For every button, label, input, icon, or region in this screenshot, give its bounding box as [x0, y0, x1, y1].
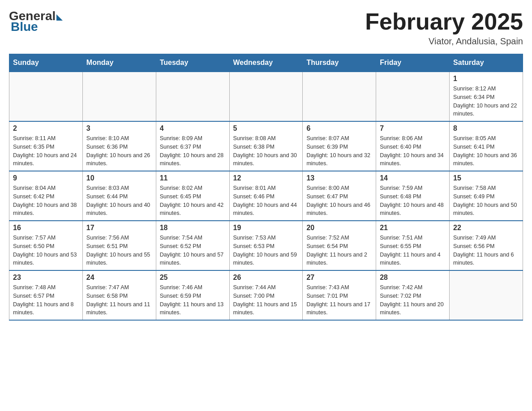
- calendar-cell: 1Sunrise: 8:12 AM Sunset: 6:34 PM Daylig…: [450, 72, 523, 121]
- day-info: Sunrise: 7:52 AM Sunset: 6:54 PM Dayligh…: [306, 234, 372, 267]
- day-number: 17: [86, 224, 152, 232]
- day-info: Sunrise: 7:59 AM Sunset: 6:48 PM Dayligh…: [380, 184, 446, 218]
- page-header: General Blue February 2025 Viator, Andal…: [9, 9, 523, 47]
- day-info: Sunrise: 7:57 AM Sunset: 6:50 PM Dayligh…: [13, 234, 79, 267]
- calendar-week-2: 2Sunrise: 8:11 AM Sunset: 6:35 PM Daylig…: [9, 121, 523, 171]
- day-number: 26: [233, 274, 299, 282]
- calendar-cell: 27Sunrise: 7:43 AM Sunset: 7:01 PM Dayli…: [303, 270, 376, 320]
- calendar-cell: 22Sunrise: 7:49 AM Sunset: 6:56 PM Dayli…: [450, 221, 523, 270]
- logo: General Blue: [9, 9, 63, 34]
- day-info: Sunrise: 7:47 AM Sunset: 6:58 PM Dayligh…: [86, 283, 152, 317]
- calendar-cell: [303, 72, 376, 121]
- day-number: 19: [233, 224, 299, 232]
- day-info: Sunrise: 7:53 AM Sunset: 6:53 PM Dayligh…: [233, 234, 299, 267]
- day-number: 11: [160, 174, 226, 182]
- day-info: Sunrise: 7:49 AM Sunset: 6:56 PM Dayligh…: [453, 234, 519, 267]
- calendar-week-4: 16Sunrise: 7:57 AM Sunset: 6:50 PM Dayli…: [9, 221, 523, 270]
- day-info: Sunrise: 7:46 AM Sunset: 6:59 PM Dayligh…: [160, 283, 226, 317]
- calendar-cell: [156, 72, 229, 121]
- calendar-cell: [450, 270, 523, 320]
- calendar-cell: 28Sunrise: 7:42 AM Sunset: 7:02 PM Dayli…: [376, 270, 450, 320]
- day-info: Sunrise: 8:09 AM Sunset: 6:37 PM Dayligh…: [160, 134, 226, 168]
- calendar-week-5: 23Sunrise: 7:48 AM Sunset: 6:57 PM Dayli…: [9, 270, 523, 320]
- calendar-cell: 4Sunrise: 8:09 AM Sunset: 6:37 PM Daylig…: [156, 121, 229, 171]
- day-number: 6: [306, 124, 372, 133]
- day-info: Sunrise: 8:00 AM Sunset: 6:47 PM Dayligh…: [306, 184, 372, 218]
- day-number: 22: [453, 224, 519, 232]
- calendar-cell: [82, 72, 156, 121]
- day-number: 18: [160, 224, 226, 232]
- day-number: 21: [380, 224, 446, 232]
- calendar-header-wednesday: Wednesday: [229, 54, 303, 72]
- day-number: 2: [13, 124, 79, 133]
- calendar-week-1: 1Sunrise: 8:12 AM Sunset: 6:34 PM Daylig…: [9, 72, 523, 121]
- day-number: 25: [160, 274, 226, 282]
- calendar-cell: 25Sunrise: 7:46 AM Sunset: 6:59 PM Dayli…: [156, 270, 229, 320]
- day-info: Sunrise: 8:06 AM Sunset: 6:40 PM Dayligh…: [380, 134, 446, 168]
- day-info: Sunrise: 7:51 AM Sunset: 6:55 PM Dayligh…: [380, 234, 446, 267]
- calendar-table: SundayMondayTuesdayWednesdayThursdayFrid…: [9, 54, 523, 321]
- day-number: 12: [233, 174, 299, 182]
- calendar-cell: 15Sunrise: 7:58 AM Sunset: 6:49 PM Dayli…: [450, 171, 523, 221]
- day-info: Sunrise: 8:03 AM Sunset: 6:44 PM Dayligh…: [86, 184, 152, 218]
- day-number: 27: [306, 274, 372, 282]
- calendar-cell: [376, 72, 450, 121]
- calendar-header-tuesday: Tuesday: [156, 54, 229, 72]
- calendar-cell: 12Sunrise: 8:01 AM Sunset: 6:46 PM Dayli…: [229, 171, 303, 221]
- calendar-header-sunday: Sunday: [9, 54, 83, 72]
- calendar-cell: 2Sunrise: 8:11 AM Sunset: 6:35 PM Daylig…: [9, 121, 83, 171]
- calendar-cell: 14Sunrise: 7:59 AM Sunset: 6:48 PM Dayli…: [376, 171, 450, 221]
- calendar-header-row: SundayMondayTuesdayWednesdayThursdayFrid…: [9, 54, 523, 72]
- day-info: Sunrise: 7:48 AM Sunset: 6:57 PM Dayligh…: [13, 283, 79, 317]
- day-number: 14: [380, 174, 446, 182]
- day-number: 16: [13, 224, 79, 232]
- day-number: 8: [453, 124, 519, 133]
- title-area: February 2025 Viator, Andalusia, Spain: [365, 9, 523, 47]
- calendar-header-friday: Friday: [376, 54, 450, 72]
- day-info: Sunrise: 7:54 AM Sunset: 6:52 PM Dayligh…: [160, 234, 226, 267]
- logo-blue-text: Blue: [11, 20, 38, 34]
- calendar-cell: 8Sunrise: 8:05 AM Sunset: 6:41 PM Daylig…: [450, 121, 523, 171]
- day-info: Sunrise: 7:56 AM Sunset: 6:51 PM Dayligh…: [86, 234, 152, 267]
- day-info: Sunrise: 8:07 AM Sunset: 6:39 PM Dayligh…: [306, 134, 372, 168]
- calendar-cell: 21Sunrise: 7:51 AM Sunset: 6:55 PM Dayli…: [376, 221, 450, 270]
- day-info: Sunrise: 8:02 AM Sunset: 6:45 PM Dayligh…: [160, 184, 226, 218]
- calendar-cell: 7Sunrise: 8:06 AM Sunset: 6:40 PM Daylig…: [376, 121, 450, 171]
- day-info: Sunrise: 8:11 AM Sunset: 6:35 PM Dayligh…: [13, 134, 79, 168]
- day-info: Sunrise: 7:58 AM Sunset: 6:49 PM Dayligh…: [453, 184, 519, 218]
- calendar-cell: 19Sunrise: 7:53 AM Sunset: 6:53 PM Dayli…: [229, 221, 303, 270]
- calendar-cell: 6Sunrise: 8:07 AM Sunset: 6:39 PM Daylig…: [303, 121, 376, 171]
- month-title: February 2025: [365, 9, 523, 34]
- calendar-cell: 13Sunrise: 8:00 AM Sunset: 6:47 PM Dayli…: [303, 171, 376, 221]
- day-info: Sunrise: 7:43 AM Sunset: 7:01 PM Dayligh…: [306, 283, 372, 317]
- calendar-header-saturday: Saturday: [450, 54, 523, 72]
- calendar-cell: 3Sunrise: 8:10 AM Sunset: 6:36 PM Daylig…: [82, 121, 156, 171]
- day-info: Sunrise: 8:04 AM Sunset: 6:42 PM Dayligh…: [13, 184, 79, 218]
- calendar-cell: 18Sunrise: 7:54 AM Sunset: 6:52 PM Dayli…: [156, 221, 229, 270]
- day-number: 28: [380, 274, 446, 282]
- calendar-cell: 23Sunrise: 7:48 AM Sunset: 6:57 PM Dayli…: [9, 270, 83, 320]
- calendar-cell: [9, 72, 83, 121]
- calendar-cell: [229, 72, 303, 121]
- day-number: 15: [453, 174, 519, 182]
- calendar-cell: 9Sunrise: 8:04 AM Sunset: 6:42 PM Daylig…: [9, 171, 83, 221]
- day-number: 1: [453, 75, 519, 83]
- day-info: Sunrise: 7:44 AM Sunset: 7:00 PM Dayligh…: [233, 283, 299, 317]
- calendar-cell: 16Sunrise: 7:57 AM Sunset: 6:50 PM Dayli…: [9, 221, 83, 270]
- day-info: Sunrise: 7:42 AM Sunset: 7:02 PM Dayligh…: [380, 283, 446, 317]
- calendar-cell: 17Sunrise: 7:56 AM Sunset: 6:51 PM Dayli…: [82, 221, 156, 270]
- logo-arrow-icon: [56, 14, 63, 21]
- day-number: 4: [160, 124, 226, 133]
- calendar-week-3: 9Sunrise: 8:04 AM Sunset: 6:42 PM Daylig…: [9, 171, 523, 221]
- calendar-header-thursday: Thursday: [303, 54, 376, 72]
- day-info: Sunrise: 8:12 AM Sunset: 6:34 PM Dayligh…: [453, 85, 519, 118]
- day-number: 5: [233, 124, 299, 133]
- day-number: 3: [86, 124, 152, 133]
- day-number: 9: [13, 174, 79, 182]
- calendar-cell: 20Sunrise: 7:52 AM Sunset: 6:54 PM Dayli…: [303, 221, 376, 270]
- calendar-cell: 5Sunrise: 8:08 AM Sunset: 6:38 PM Daylig…: [229, 121, 303, 171]
- calendar-cell: 24Sunrise: 7:47 AM Sunset: 6:58 PM Dayli…: [82, 270, 156, 320]
- day-number: 20: [306, 224, 372, 232]
- location-text: Viator, Andalusia, Spain: [365, 36, 523, 47]
- calendar-cell: 11Sunrise: 8:02 AM Sunset: 6:45 PM Dayli…: [156, 171, 229, 221]
